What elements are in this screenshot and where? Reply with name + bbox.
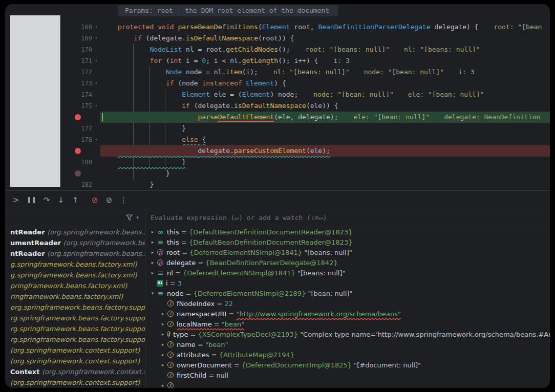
variable-row[interactable]: ▸flocalName = "bean" <box>145 319 550 329</box>
code-line[interactable]: 171▾ for (int i = 0; i < nl.getLength();… <box>5 55 550 67</box>
variable-row[interactable]: ▸≡this = {DefaultBeanDefinitionDocumentR… <box>145 237 550 247</box>
code-line-content[interactable]: NodeList nl = root.getChildNodes();root:… <box>100 44 550 55</box>
filter-dropdown-chevron-icon[interactable]: ▾ <box>136 215 139 220</box>
variable-row[interactable]: ▸∞this = {DefaultBeanDefinitionDocumentR… <box>145 227 550 237</box>
code-editor[interactable]: Params: root – the DOM root element of t… <box>5 4 550 190</box>
code-line[interactable]: 172 Node node = nl.item(i);nl: "[beans: … <box>5 67 550 78</box>
code-line-content[interactable]: } <box>100 123 550 134</box>
expand-chevron-icon[interactable]: ▸ <box>148 229 157 234</box>
code-line[interactable]: 169▾ if (delegate.isDefaultNamespace(roo… <box>5 33 550 44</box>
code-line-content[interactable]: else { <box>100 134 550 145</box>
step-over-icon[interactable]: ↷ <box>43 195 50 205</box>
stack-frame-row[interactable]: org.springframework.beans.factory.suppor… <box>10 302 145 313</box>
variable-row[interactable]: ▸f <box>145 380 550 388</box>
stack-frame-row[interactable]: (org.springframework.context.support) <box>10 356 145 366</box>
code-line-content[interactable]: if (node instanceof Element) { <box>100 78 550 89</box>
code-line-content[interactable]: } <box>100 179 550 190</box>
variable-row[interactable]: ffNodeIndex = 22 <box>145 298 550 309</box>
code-line[interactable]: } <box>5 168 550 179</box>
variable-row[interactable]: ▾≡node = {DeferredElementNSImpl@2189} "[… <box>145 288 550 298</box>
code-line-content[interactable]: if (delegate.isDefaultNamespace(ele)) { <box>100 100 550 112</box>
step-out-icon[interactable]: ↑ <box>72 195 79 205</box>
variable-row[interactable]: ▸pdelegate = {BeanDefinitionParserDelega… <box>145 257 550 268</box>
expand-chevron-icon[interactable]: ▸ <box>159 352 167 357</box>
stack-frame-row[interactable]: ringframework.beans.factory.xml) <box>10 291 145 302</box>
variable-row[interactable]: ▸proot = {DeferredElementNSImpl@1841} "[… <box>145 247 550 257</box>
fold-chevron-icon[interactable]: ▾ <box>93 55 100 67</box>
code-line[interactable]: 178▾ else { <box>5 134 550 145</box>
expand-chevron-icon[interactable]: ▸ <box>159 383 167 388</box>
breakpoint-icon[interactable] <box>75 170 81 177</box>
stack-frame-row[interactable]: rg.springframework.beans.factory.suppor <box>10 334 145 345</box>
code-line[interactable]: 170 NodeList nl = root.getChildNodes();r… <box>5 44 550 55</box>
stack-frame-row[interactable]: ntReader (org.springframework.beans.fact <box>10 248 145 259</box>
step-into-icon[interactable]: ↓ <box>57 195 65 205</box>
code-token: (); i++) { <box>278 57 318 64</box>
stack-frame-row[interactable]: g.springframework.beans.factory.xml) <box>10 270 145 280</box>
expand-chevron-icon[interactable]: ▸ <box>159 311 167 316</box>
code-line-content[interactable]: parseDefaultElement(ele, delegate);ele: … <box>100 112 550 123</box>
stack-frame-row[interactable]: ntReader (org.springframework.beans.fact… <box>10 227 145 237</box>
code-line[interactable]: 175▾ if (delegate.isDefaultNamespace(ele… <box>5 100 550 112</box>
variable-row[interactable]: ▸fattributes = {AttributeMap@2194} <box>145 350 550 360</box>
expand-chevron-icon[interactable]: ▸ <box>148 260 157 265</box>
fold-chevron-icon[interactable]: ▾ <box>93 100 100 112</box>
variable-row[interactable]: ▸≡nl = {DeferredElementNSImpl@1841} "[be… <box>145 268 550 278</box>
expand-toolwindow-icon[interactable]: > <box>12 195 19 205</box>
expand-chevron-icon[interactable]: ▸ <box>148 250 157 255</box>
code-line-content[interactable]: Element ele = (Element) node;node: "[bea… <box>100 89 550 100</box>
code-line[interactable]: parseDefaultElement(ele, delegate);ele: … <box>5 112 550 123</box>
variable-row[interactable]: ffirstChild = null <box>145 370 550 380</box>
variable-row[interactable]: ▸fname = "bean" <box>145 339 550 350</box>
more-options-icon[interactable]: ⋮ <box>120 195 127 205</box>
expand-chevron-icon[interactable]: ▾ <box>148 291 157 296</box>
expand-chevron-icon[interactable]: ▸ <box>148 270 157 275</box>
stack-frame-row[interactable]: rg.springframework.beans.factory.suppor <box>10 313 145 323</box>
code-line-content[interactable]: } <box>100 168 550 179</box>
stack-frame-row[interactable]: (org.springframework.context.support) <box>10 377 145 388</box>
variable-row[interactable]: 01i = 3 <box>145 278 550 288</box>
view-breakpoints-icon[interactable]: ⊘ <box>105 195 113 205</box>
frame-text: (org.springframework.beans.fact <box>47 250 145 257</box>
breakpoint-icon[interactable] <box>75 114 81 120</box>
variable-row[interactable]: ▸fownerDocument = {DeferredDocumentImpl@… <box>145 360 550 370</box>
expand-chevron-icon[interactable]: ▸ <box>159 321 167 326</box>
code-line[interactable]: 182 } <box>5 179 550 190</box>
frames-list[interactable]: ntReader (org.springframework.beans.fact… <box>5 226 145 388</box>
fold-chevron-icon[interactable]: ▾ <box>93 134 100 145</box>
code-line[interactable]: 173▾ if (node instanceof Element) { <box>5 78 550 89</box>
code-line[interactable]: 168▾protected void parseBeanDefinitions(… <box>5 21 550 33</box>
code-line-content[interactable]: if (delegate.isDefaultNamespace(root)) { <box>100 33 550 44</box>
variables-tree[interactable]: ▸∞this = {DefaultBeanDefinitionDocumentR… <box>145 226 550 388</box>
fold-chevron-icon[interactable]: ▾ <box>93 21 100 33</box>
expand-chevron-icon[interactable]: ▸ <box>159 342 167 347</box>
stack-frame-row[interactable]: umentReader (org.springframework.beans. <box>10 237 145 248</box>
code-line-content[interactable]: for (int i = 0; i < nl.getLength(); i++)… <box>100 55 550 67</box>
expand-chevron-icon[interactable]: ▸ <box>159 332 167 337</box>
code-line[interactable]: delegate.parseCustomElement(ele); <box>5 145 550 157</box>
field-icon: f <box>167 352 174 358</box>
code-line-content[interactable]: Node node = nl.item(i);nl: "[beans: null… <box>100 67 550 78</box>
stack-frame-row[interactable]: Context (org.springframework.context.sup… <box>10 366 145 377</box>
code-line-content[interactable]: protected void parseBeanDefinitions(Elem… <box>100 21 550 33</box>
stack-frame-row[interactable]: g.springframework.beans.factory.xml) <box>10 259 145 270</box>
code-line-content[interactable]: } <box>100 157 550 168</box>
code-line[interactable]: 174 Element ele = (Element) node;node: "… <box>5 89 550 100</box>
variable-row[interactable]: ▸fnamespaceURI = "http://www.springframe… <box>145 309 550 319</box>
fold-chevron-icon[interactable]: ▾ <box>93 33 100 44</box>
stack-frame-row[interactable]: rg.springframework.beans.factory.suppo <box>10 323 145 334</box>
breakpoint-icon[interactable] <box>75 148 81 154</box>
expand-chevron-icon[interactable]: ▸ <box>159 362 167 367</box>
code-line[interactable]: 180 } <box>5 157 550 168</box>
stack-frame-row[interactable]: (org.springframework.context.support) <box>10 345 145 356</box>
stack-frame-row[interactable]: pringframework.beans.factory.xml) <box>10 280 145 291</box>
filter-funnel-icon[interactable] <box>126 214 133 221</box>
evaluate-expression-input[interactable]: Evaluate expression (↵) or add a watch (… <box>145 209 550 226</box>
expand-chevron-icon[interactable]: ▸ <box>148 239 157 245</box>
mute-breakpoints-icon[interactable]: ⊘ <box>91 195 98 205</box>
pause-icon[interactable] <box>28 197 35 203</box>
variable-row[interactable]: ▸ftype = {XSComplexTypeDecl@2193} "Compl… <box>145 329 550 339</box>
fold-chevron-icon[interactable]: ▾ <box>93 78 100 89</box>
code-line[interactable]: 177 } <box>5 123 550 134</box>
code-line-content[interactable]: delegate.parseCustomElement(ele); <box>100 145 550 157</box>
